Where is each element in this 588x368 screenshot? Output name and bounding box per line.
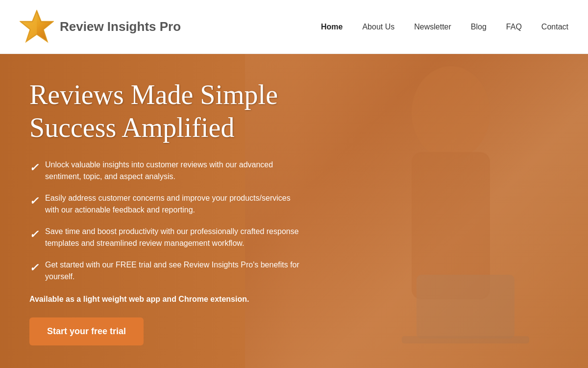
list-item: ✓ Easily address customer concerns and i… — [29, 192, 304, 216]
nav-faq[interactable]: FAQ — [506, 23, 522, 31]
nav-home[interactable]: Home — [321, 23, 343, 31]
checkmark-icon: ✓ — [29, 260, 38, 276]
nav-blog[interactable]: Blog — [471, 23, 487, 31]
nav: Home About Us Newsletter Blog FAQ Contac… — [321, 23, 568, 31]
nav-newsletter[interactable]: Newsletter — [414, 23, 451, 31]
checkmark-icon: ✓ — [29, 193, 38, 209]
bullet-text-4: Get started with our FREE trial and see … — [45, 259, 304, 283]
header: Review Insights Pro Home About Us Newsle… — [0, 0, 588, 54]
checkmark-icon: ✓ — [29, 159, 38, 176]
list-item: ✓ Get started with our FREE trial and se… — [29, 259, 304, 283]
nav-contact[interactable]: Contact — [541, 23, 568, 31]
hero-title-line1: Reviews Made Simple — [29, 79, 278, 110]
hero-content: Reviews Made Simple Success Amplified ✓ … — [0, 54, 333, 368]
checkmark-icon: ✓ — [29, 226, 38, 242]
hero-section: Reviews Made Simple Success Amplified ✓ … — [0, 54, 588, 368]
logo-text: Review Insights Pro — [60, 19, 181, 34]
cta-button[interactable]: Start your free trial — [29, 317, 144, 345]
list-item: ✓ Unlock valuable insights into customer… — [29, 159, 304, 183]
available-text: Available as a light weight web app and … — [29, 295, 304, 304]
nav-about[interactable]: About Us — [362, 23, 394, 31]
bullet-text-2: Easily address customer concerns and imp… — [45, 192, 304, 216]
star-icon — [20, 10, 54, 44]
logo-area: Review Insights Pro — [20, 10, 181, 44]
bullet-text-1: Unlock valuable insights into customer r… — [45, 159, 304, 183]
hero-title-line2: Success Amplified — [29, 112, 234, 143]
bullet-text-3: Save time and boost productivity with ou… — [45, 226, 304, 249]
bullet-list: ✓ Unlock valuable insights into customer… — [29, 159, 304, 283]
list-item: ✓ Save time and boost productivity with … — [29, 226, 304, 249]
hero-title: Reviews Made Simple Success Amplified — [29, 79, 304, 144]
